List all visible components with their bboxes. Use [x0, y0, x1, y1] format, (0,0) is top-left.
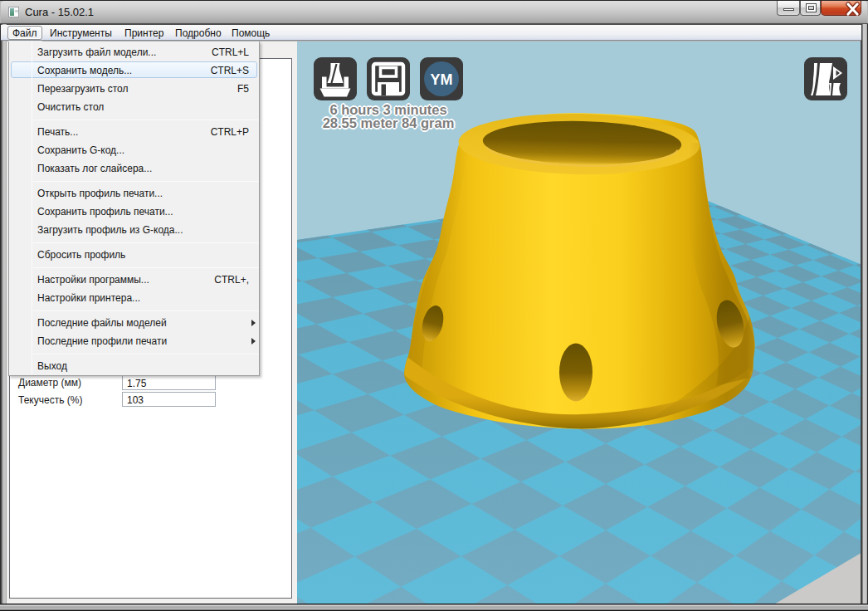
- svg-text:YM: YM: [431, 71, 453, 88]
